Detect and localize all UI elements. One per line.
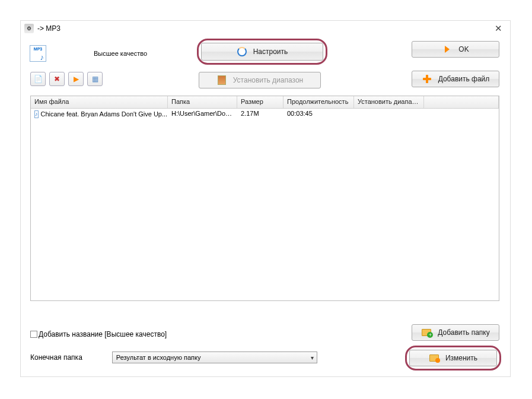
file-x-icon: ✖: [54, 75, 60, 83]
close-button[interactable]: ✕: [490, 22, 506, 35]
folder-plus-icon: [421, 327, 432, 338]
add-file-button[interactable]: Добавить файл: [412, 71, 499, 87]
file-minus-icon: 📄: [34, 75, 43, 83]
add-folder-label: Добавить папку: [438, 328, 489, 337]
cell-folder: H:\User\Gamer\Doc...: [168, 109, 237, 119]
cell-range: [354, 109, 424, 119]
set-range-label: Установить диапазон: [233, 76, 303, 84]
cell-filename: ♪ Chicane feat. Bryan Adams Don't Give U…: [31, 109, 168, 119]
dialog-window: ⚙ -> MP3 ✕ MP3 Высшее качество Настроить…: [20, 20, 511, 377]
mp3-format-icon: MP3: [30, 45, 46, 62]
small-toolbar: 📄 ✖ ▶ ▦: [30, 72, 103, 86]
ok-label: OK: [458, 45, 469, 53]
change-label: Изменить: [445, 354, 477, 362]
destination-combo[interactable]: Результат в исходную папку: [112, 352, 317, 363]
change-button[interactable]: Изменить: [409, 350, 497, 366]
window-title: -> MP3: [37, 24, 60, 33]
col-size[interactable]: Размер: [237, 96, 283, 108]
remove-all-button[interactable]: ✖: [49, 72, 65, 86]
plus-icon: [422, 74, 432, 84]
play-button[interactable]: ▶: [68, 72, 84, 86]
add-file-label: Добавить файл: [438, 75, 490, 83]
col-filename[interactable]: Имя файла: [31, 96, 168, 108]
film-icon: [216, 75, 227, 86]
file-table: Имя файла Папка Размер Продолжительность…: [30, 96, 499, 301]
destination-value: Результат в исходную папку: [116, 354, 201, 361]
col-range[interactable]: Установить диапаз...: [354, 96, 424, 108]
add-name-row: Добавить название [Высшее качество]: [30, 330, 167, 338]
ok-button[interactable]: OK: [412, 41, 499, 58]
arrow-right-icon: [442, 44, 453, 55]
remove-file-button[interactable]: 📄: [30, 72, 46, 86]
col-spare[interactable]: [424, 96, 499, 108]
add-folder-button[interactable]: Добавить папку: [412, 324, 499, 341]
set-range-button[interactable]: Установить диапазон: [199, 72, 321, 88]
change-highlight: Изменить: [405, 346, 501, 370]
configure-label: Настроить: [253, 48, 288, 56]
cell-size: 2.17M: [237, 109, 283, 119]
info-button[interactable]: ▦: [87, 72, 103, 86]
table-row[interactable]: ♪ Chicane feat. Bryan Adams Don't Give U…: [31, 109, 499, 119]
configure-highlight: Настроить: [197, 39, 327, 65]
quality-label: Высшее качество: [94, 50, 147, 57]
info-icon: ▦: [92, 75, 98, 83]
add-name-label: Добавить название [Высшее качество]: [39, 330, 167, 338]
app-icon: ⚙: [24, 24, 34, 33]
swirl-icon: [237, 46, 247, 57]
cell-spare: [424, 109, 499, 119]
play-icon: ▶: [74, 75, 79, 83]
folder-orange-icon: [429, 353, 439, 363]
col-folder[interactable]: Папка: [168, 96, 237, 108]
col-duration[interactable]: Продолжительность: [283, 96, 354, 108]
destination-row: Конечная папка Результат в исходную папк…: [30, 352, 317, 363]
title-bar: ⚙ -> MP3 ✕: [21, 21, 510, 36]
configure-button[interactable]: Настроить: [201, 43, 323, 61]
destination-label: Конечная папка: [30, 353, 82, 362]
table-header: Имя файла Папка Размер Продолжительность…: [31, 96, 499, 109]
music-file-icon: ♪: [34, 110, 39, 118]
cell-duration: 00:03:45: [283, 109, 354, 119]
add-name-checkbox[interactable]: [30, 331, 37, 338]
